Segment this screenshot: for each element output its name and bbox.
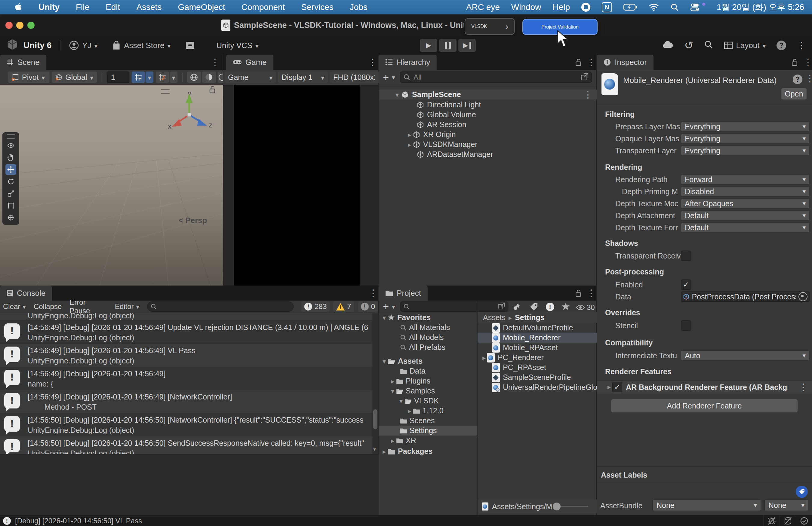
breadcrumb-settings[interactable]: Settings xyxy=(515,313,545,322)
pivot-dropdown[interactable]: Pivot xyxy=(8,72,49,83)
inspector-help-icon[interactable]: ? xyxy=(793,75,802,84)
hierarchy-panel-kebab-icon[interactable] xyxy=(587,58,596,67)
pause-button[interactable] xyxy=(439,39,456,52)
thumbnail-slider-thumb[interactable] xyxy=(553,502,561,510)
asset-mobile-rpasset[interactable]: Mobile_RPAsset xyxy=(478,343,597,352)
battery-icon[interactable] xyxy=(623,3,637,11)
object-picker-icon[interactable] xyxy=(798,292,808,301)
menubar-item-edit[interactable]: Edit xyxy=(105,2,120,12)
cache-server-disabled-icon[interactable] xyxy=(780,517,796,525)
move-tool-button[interactable] xyxy=(5,164,16,175)
hierarchy-item-global-volume[interactable]: Global Volume xyxy=(379,110,597,120)
status-message[interactable]: [Debug] [2026-01-20 14:56:50] VL Pass xyxy=(15,517,142,525)
scrollbar-thumb[interactable] xyxy=(373,409,377,429)
grid-snap-y-button[interactable]: Y xyxy=(132,72,145,83)
control-center-icon[interactable] xyxy=(690,3,699,12)
hierarchy-item-ardatasetmanager[interactable]: ARDatasetManager xyxy=(379,149,597,159)
unity-vcs-menu[interactable]: Unity VCS xyxy=(216,41,258,50)
game-mode-dropdown[interactable]: Game xyxy=(224,72,276,83)
log-entry[interactable]: ! [14:56:50] [Debug] [2026-01-20 14:56:5… xyxy=(0,436,372,454)
assetbundle-variant-dropdown[interactable]: None xyxy=(765,499,808,511)
menubar-item-arc-eye[interactable]: ARC eye xyxy=(466,2,500,12)
favorite-all-models[interactable]: All Models xyxy=(379,332,477,342)
log-entry[interactable]: ! [14:56:49] [Debug] [2026-01-20 14:56:4… xyxy=(0,367,372,390)
tree-folder-1-12-0[interactable]: 1.12.0 xyxy=(379,406,477,416)
breadcrumb-assets[interactable]: Assets xyxy=(483,313,506,322)
error-count-toggle[interactable]: ! 0 xyxy=(358,301,378,312)
scrollbar-down-arrow[interactable]: ▾ xyxy=(373,446,376,453)
post-data-object-field[interactable]: {} PostProcessData (Post Process xyxy=(681,291,810,302)
hierarchy-lock-icon[interactable] xyxy=(575,58,582,67)
add-label-button[interactable] xyxy=(796,486,808,498)
console-editor-dropdown[interactable]: Editor xyxy=(115,302,139,311)
console-clear-button[interactable]: Clear xyxy=(3,302,26,311)
inspector-lock-icon[interactable] xyxy=(791,58,798,67)
tools-drag-handle[interactable] xyxy=(7,134,15,139)
hierarchy-item-vlsdkmanager[interactable]: VLSDKManager xyxy=(379,139,597,149)
depth-texture-format-dropdown[interactable]: Default xyxy=(681,222,810,232)
depth-priming-mode-dropdown[interactable]: Disabled xyxy=(681,186,810,197)
tree-folder-samples[interactable]: Samples xyxy=(379,386,477,396)
toolbar-kebab-icon[interactable] xyxy=(797,41,806,50)
log-entry[interactable]: ! [14:56:49] [Debug] [2026-01-20 14:56:4… xyxy=(0,390,372,413)
tree-folder-scenes[interactable]: Scenes xyxy=(379,416,477,426)
menubar-item-jobs[interactable]: Jobs xyxy=(350,2,367,12)
tab-console[interactable]: Console xyxy=(0,286,52,301)
tab-inspector[interactable]: Inspector xyxy=(597,55,653,70)
package-manager-icon[interactable] xyxy=(185,41,195,50)
undo-history-icon[interactable]: ↺ xyxy=(684,39,693,52)
favorites-filter-icon[interactable] xyxy=(562,303,570,312)
add-renderer-feature-button[interactable]: Add Renderer Feature xyxy=(611,399,798,412)
global-dropdown[interactable]: Global xyxy=(52,72,97,83)
menubar-item-services[interactable]: Services xyxy=(301,2,333,12)
ok-status-icon[interactable] xyxy=(796,517,812,525)
favorites-root[interactable]: Favorites xyxy=(379,313,477,322)
menubar-item-component[interactable]: Component xyxy=(242,2,285,12)
inspector-panel-kebab-icon[interactable] xyxy=(803,58,812,67)
depth-texture-mode-dropdown[interactable]: After Opaques xyxy=(681,198,810,209)
notion-icon[interactable]: N xyxy=(602,2,612,12)
account-menu[interactable]: YJ xyxy=(69,40,98,50)
asset-samplesceneprofile[interactable]: SampleSceneProfile xyxy=(478,372,597,382)
tree-folder-vlsdk[interactable]: VLSDK xyxy=(379,396,477,406)
post-enabled-checkbox[interactable]: ✓ xyxy=(681,280,691,290)
asset-universalrenderpipelineglobal[interactable]: UniversalRenderPipelineGlob xyxy=(478,382,597,392)
hand-tool-button[interactable] xyxy=(5,152,16,163)
game-viewport[interactable] xyxy=(234,85,360,286)
menubar-item-window[interactable]: Window xyxy=(511,2,541,12)
help-icon[interactable]: ? xyxy=(777,41,786,50)
tab-game[interactable]: Game xyxy=(226,55,273,70)
search-icon[interactable] xyxy=(704,40,713,51)
screen-record-icon[interactable] xyxy=(581,3,590,12)
feature-kebab-icon[interactable] xyxy=(799,382,808,392)
menubar-clock[interactable]: 1월 20일 (화) 오후 5:26 xyxy=(717,1,804,13)
project-search-input[interactable] xyxy=(412,302,495,311)
console-search-field[interactable] xyxy=(147,301,293,312)
depth-attachment-dropdown[interactable]: Default xyxy=(681,210,810,221)
console-collapse-button[interactable]: Collapse xyxy=(34,302,62,311)
tree-folder-data[interactable]: Data xyxy=(379,366,477,376)
apple-menu-icon[interactable] xyxy=(14,3,22,12)
project-lock-icon[interactable] xyxy=(575,289,582,299)
search-popout-icon[interactable] xyxy=(581,73,589,82)
asset-pc-renderer[interactable]: PC_Renderer xyxy=(478,352,597,362)
assetbundle-dropdown[interactable]: None xyxy=(653,499,761,511)
step-button[interactable]: ▶ xyxy=(458,39,476,52)
grid-size-input[interactable] xyxy=(107,72,129,82)
item-expander-icon[interactable] xyxy=(408,140,411,149)
renderer-feature-row[interactable]: ✓ AR Background Renderer Feature (AR Bac… xyxy=(597,380,812,394)
search-by-label-icon[interactable] xyxy=(530,303,538,312)
open-asset-button[interactable]: Open xyxy=(781,88,807,100)
console-detail-pane[interactable] xyxy=(0,454,379,515)
console-search-input[interactable] xyxy=(159,302,290,311)
rendering-path-dropdown[interactable]: Forward xyxy=(681,174,810,184)
asset-pc-rpasset[interactable]: PC_RPAsset xyxy=(478,362,597,372)
tree-folder-xr[interactable]: XR xyxy=(379,436,477,446)
tab-project[interactable]: Project xyxy=(379,286,427,301)
grid-size-field[interactable] xyxy=(107,72,129,83)
search-popout-icon[interactable] xyxy=(498,302,505,311)
log-entry[interactable]: ! [14:56:49] [Debug] [2026-01-20 14:56:4… xyxy=(0,344,372,367)
display-dropdown[interactable]: Display 1 xyxy=(278,72,328,83)
hierarchy-search-field[interactable] xyxy=(400,72,592,83)
console-error-pause-button[interactable]: Error Pause xyxy=(70,298,107,315)
